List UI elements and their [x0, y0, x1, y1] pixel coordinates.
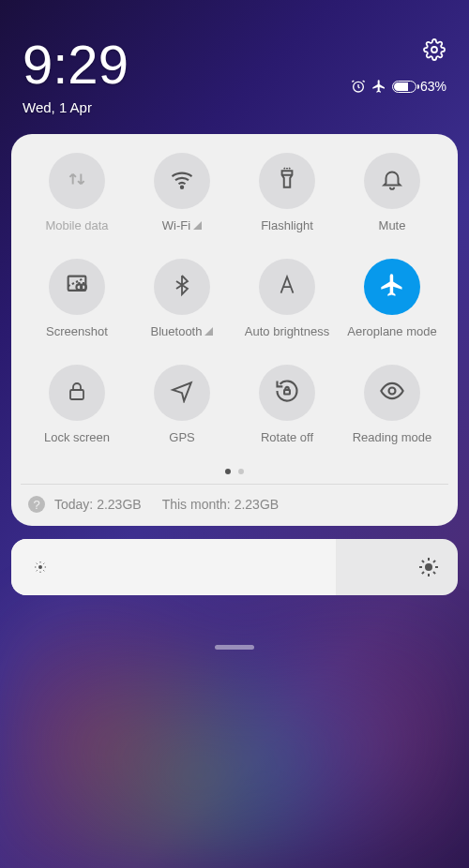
rotate-lock-icon — [274, 378, 300, 408]
svg-line-17 — [43, 563, 44, 564]
svg-point-9 — [38, 565, 42, 569]
svg-point-2 — [181, 187, 183, 188]
battery-percent: 63% — [420, 79, 446, 94]
svg-line-25 — [422, 572, 424, 574]
brightness-slider[interactable] — [11, 539, 458, 595]
toggle-button-bluetooth[interactable] — [154, 259, 210, 315]
plane-icon — [379, 272, 405, 302]
usage-today: Today: 2.23GB — [54, 497, 142, 512]
toggle-label: Auto brightness — [245, 324, 329, 338]
toggle-mute: Mute — [340, 153, 445, 232]
toggle-label: Mobile data — [45, 218, 108, 232]
toggle-aeroplane-mode: Aeroplane mode — [340, 259, 445, 338]
gear-icon — [423, 38, 446, 61]
wifi-icon — [169, 166, 195, 196]
toggle-button-reading-mode[interactable] — [364, 365, 420, 421]
toggle-flashlight: Flashlight — [234, 153, 340, 232]
signal-indicator-icon — [204, 327, 213, 336]
battery-icon — [392, 81, 416, 93]
time-block: 9:29 Wed, 1 Apr — [23, 37, 129, 115]
toggle-bluetooth: Bluetooth — [129, 259, 234, 338]
svg-rect-7 — [284, 390, 290, 395]
status-header: 9:29 Wed, 1 Apr 63% — [0, 0, 469, 127]
toggle-button-wifi[interactable] — [154, 153, 210, 209]
svg-point-5 — [81, 284, 86, 290]
lock-icon — [66, 380, 88, 406]
toggle-label: Flashlight — [261, 218, 313, 232]
svg-point-8 — [389, 388, 396, 395]
toggle-label: Aeroplane mode — [347, 324, 436, 338]
toggle-mobile-data: Mobile data — [24, 153, 129, 232]
clock-date: Wed, 1 Apr — [23, 99, 129, 115]
toggle-reading-mode: Reading mode — [340, 365, 445, 444]
toggle-screenshot: Screenshot — [24, 259, 129, 338]
brightness-low-icon — [26, 560, 54, 575]
flashlight-icon — [275, 167, 299, 195]
svg-point-0 — [431, 47, 437, 52]
toggle-label: Rotate off — [261, 430, 313, 444]
toggle-button-lock-screen[interactable] — [49, 365, 105, 421]
brightness-fill — [11, 539, 337, 595]
settings-button[interactable] — [422, 37, 446, 62]
svg-line-24 — [433, 572, 435, 574]
toggle-label: Wi-Fi — [162, 218, 202, 232]
toggle-label: Mute — [379, 218, 406, 232]
svg-line-16 — [37, 570, 38, 571]
toggle-gps: GPS — [129, 365, 234, 444]
info-icon: ? — [28, 496, 45, 513]
toggle-button-flashlight[interactable] — [259, 153, 315, 209]
toggle-button-auto-brightness[interactable] — [259, 259, 315, 315]
page-indicator — [21, 469, 448, 474]
auto-a-icon — [275, 273, 299, 301]
svg-line-15 — [43, 570, 44, 571]
toggle-button-mobile-data[interactable] — [49, 153, 105, 209]
arrows-updown-icon — [65, 167, 89, 195]
svg-line-14 — [37, 563, 38, 564]
page-dot[interactable] — [225, 469, 231, 474]
toggle-label: GPS — [169, 430, 194, 444]
toggle-auto-brightness: Auto brightness — [234, 259, 340, 338]
quick-settings-panel: Mobile dataWi-FiFlashlightMuteScreenshot… — [11, 134, 458, 526]
alarm-icon — [351, 79, 366, 94]
clock-time: 9:29 — [23, 37, 129, 92]
screenshot-icon — [64, 272, 90, 302]
toggle-label: Bluetooth — [151, 324, 214, 338]
eye-icon — [379, 378, 405, 408]
toggle-button-gps[interactable] — [154, 365, 210, 421]
svg-point-18 — [425, 563, 432, 571]
data-usage-bar[interactable]: ? Today: 2.23GB This month: 2.23GB — [21, 484, 448, 513]
toggle-label: Reading mode — [353, 430, 432, 444]
toggle-button-rotate-off[interactable] — [259, 365, 315, 421]
toggle-button-screenshot[interactable] — [49, 259, 105, 315]
signal-indicator-icon — [193, 221, 202, 230]
svg-line-23 — [422, 561, 424, 562]
bluetooth-icon — [171, 272, 193, 302]
bell-icon — [380, 167, 404, 195]
brightness-high-icon — [415, 556, 443, 578]
toggle-label: Lock screen — [44, 430, 110, 444]
svg-rect-6 — [70, 390, 83, 399]
panel-handle[interactable] — [215, 645, 254, 650]
toggle-lock-screen: Lock screen — [24, 365, 129, 444]
battery-fill — [394, 82, 408, 91]
toggle-wifi: Wi-Fi — [129, 153, 234, 232]
svg-line-26 — [433, 561, 435, 562]
status-icons: 63% — [351, 79, 446, 94]
toggle-rotate-off: Rotate off — [234, 365, 340, 444]
toggle-grid: Mobile dataWi-FiFlashlightMuteScreenshot… — [21, 153, 448, 444]
page-dot[interactable] — [238, 469, 244, 474]
toggle-button-aeroplane-mode[interactable] — [364, 259, 420, 315]
nav-arrow-icon — [170, 379, 194, 407]
airplane-icon — [371, 79, 386, 94]
usage-month: This month: 2.23GB — [162, 497, 280, 512]
toggle-label: Screenshot — [46, 324, 108, 338]
toggle-button-mute[interactable] — [364, 153, 420, 209]
